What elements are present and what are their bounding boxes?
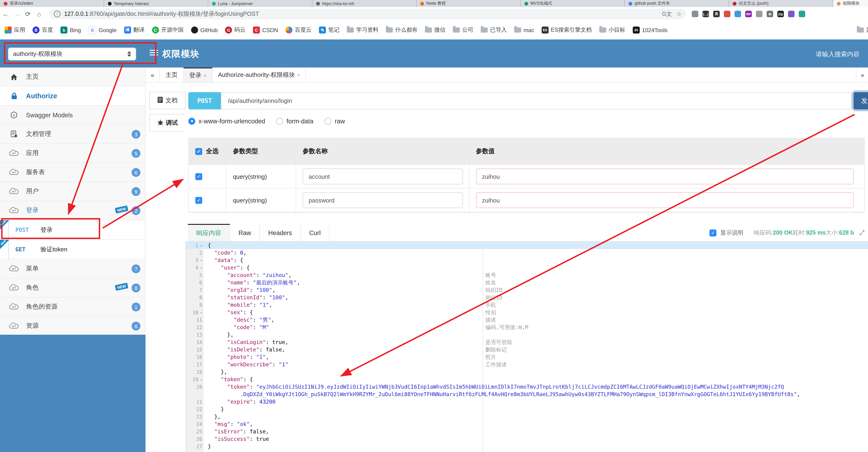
home-icon[interactable]: ⌂ — [33, 10, 44, 18]
bookmark-item[interactable]: ✎笔记 — [319, 26, 339, 34]
sidebar-item-菜单[interactable]: API菜单7 — [0, 259, 145, 278]
browser-tab[interactable]: 论文怎么 (push) — [729, 0, 833, 7]
extension-icon[interactable]: M — [767, 11, 773, 17]
close-icon[interactable]: × — [297, 73, 300, 78]
send-button[interactable]: 发送 — [854, 92, 868, 109]
tabs-collapse-button[interactable]: « — [146, 67, 160, 82]
bookmark-item[interactable]: 已导入 — [481, 26, 507, 34]
rail-tab-调试[interactable]: 调试 — [149, 114, 186, 132]
browser-tab[interactable]: github push 文件夹 — [625, 0, 729, 7]
bookmark-item[interactable]: GitHub — [191, 27, 218, 33]
bookmark-item[interactable]: bBing — [60, 27, 81, 33]
sidebar-item-资源[interactable]: API资源6 — [0, 316, 145, 336]
bookmark-item[interactable]: G码云 — [225, 26, 246, 34]
extension-icon[interactable]: 英 — [713, 11, 720, 17]
bookmark-item[interactable]: 小目标 — [599, 26, 625, 34]
sidebar-item-角色的资源[interactable]: API角色的资源1 — [0, 298, 145, 316]
reload-icon[interactable]: ⟳ — [22, 10, 33, 18]
response-tab-Headers[interactable]: Headers — [260, 224, 301, 242]
browser-tab[interactable]: Node 教程 — [416, 0, 521, 7]
extension-icon[interactable]: Zip — [777, 11, 784, 17]
bookmark-item[interactable]: ESES搜索引擎文档 — [541, 26, 592, 34]
radio-icon[interactable] — [188, 117, 195, 124]
sidebar-item-Swagger Models[interactable]: ASwagger Models — [0, 106, 145, 125]
bookmark-item[interactable]: 微信 — [425, 26, 445, 34]
bookmark-item[interactable]: C开源中国 — [152, 26, 183, 34]
browser-tab[interactable]: Luna - Jumpserver — [208, 0, 312, 7]
other-bookmarks[interactable]: 其他书签 — [857, 26, 868, 34]
browser-tab[interactable]: 权限模块 — [833, 0, 868, 7]
sidebar-item-服务表[interactable]: API服务表6 — [0, 163, 145, 182]
show-description-checkbox[interactable]: ✓ — [710, 229, 716, 236]
sidebar-item-文档管理[interactable]: 文档管理3 — [0, 125, 145, 144]
extension-icon[interactable]: RP — [745, 11, 752, 17]
extension-icon[interactable] — [756, 11, 763, 17]
sidebar-item-角色[interactable]: API角色NEW8 — [0, 278, 145, 298]
browser-tab[interactable]: 登录/s2eden — [0, 0, 104, 7]
radio-icon[interactable] — [276, 117, 283, 124]
param-name-input[interactable] — [303, 169, 463, 184]
bookmark-item[interactable]: 百度云 — [285, 26, 311, 34]
param-checkbox[interactable]: ✓ — [195, 197, 202, 204]
extension-icon[interactable] — [799, 11, 805, 17]
param-name-input[interactable] — [303, 192, 463, 208]
response-tab-Curl[interactable]: Curl — [301, 224, 330, 242]
menu-icon[interactable] — [150, 50, 158, 57]
bookmark-item[interactable]: 公司 — [453, 26, 473, 34]
content-type-option[interactable]: x-www-form-urlencoded — [188, 117, 265, 124]
translate-icon[interactable]: G文 — [662, 10, 672, 18]
content-type-option[interactable]: raw — [324, 117, 345, 124]
fold-caret-icon[interactable]: ▾ — [198, 266, 202, 270]
extension-icon[interactable]: {…} — [703, 11, 709, 17]
bookmark-item[interactable]: 241024Tools — [633, 27, 668, 33]
extension-icon[interactable] — [735, 11, 741, 17]
fold-caret-icon[interactable]: ▾ — [198, 378, 202, 382]
bookmark-item[interactable]: 学习资料 — [347, 26, 378, 34]
bookmark-star-icon[interactable]: ☆ — [677, 11, 682, 17]
bookmark-item[interactable]: mac — [514, 27, 534, 33]
response-tab-Raw[interactable]: Raw — [230, 224, 260, 242]
bookmark-item[interactable]: 应用 — [5, 26, 25, 34]
extension-icon[interactable] — [692, 11, 698, 17]
radio-icon[interactable] — [324, 117, 332, 124]
extension-icon[interactable] — [788, 11, 795, 17]
fold-caret-icon[interactable]: ▾ — [198, 311, 202, 315]
sidebar-item-Authorize[interactable]: Authorize — [0, 87, 145, 106]
param-value-input[interactable] — [476, 192, 854, 208]
back-icon[interactable]: ← — [0, 10, 11, 18]
close-icon[interactable]: × — [204, 73, 207, 78]
rail-tab-文档[interactable]: 文档 — [149, 92, 186, 109]
select-all-checkbox[interactable]: ✓ — [195, 148, 202, 155]
search-input[interactable] — [761, 48, 861, 60]
bookmark-item[interactable]: CCSDN — [253, 27, 278, 33]
extension-icon[interactable] — [724, 11, 731, 17]
browser-tab[interactable]: https://sha-tsr.mh — [312, 0, 416, 7]
content-tab-Authorize-authority-权限模块[interactable]: Authorize-authority-权限模块× — [213, 67, 306, 82]
fold-caret-icon[interactable]: ▾ — [198, 244, 202, 248]
forward-icon[interactable]: → — [11, 10, 22, 18]
fold-caret-icon[interactable]: ▾ — [198, 259, 202, 262]
content-tab-主页[interactable]: 主页 — [160, 67, 184, 82]
param-value-input[interactable] — [476, 169, 854, 184]
bookmark-item[interactable]: 什么都有 — [386, 26, 417, 34]
content-type-option[interactable]: form-data — [276, 117, 314, 124]
tabs-expand-button[interactable]: » — [856, 67, 868, 82]
param-checkbox[interactable]: ✓ — [195, 173, 202, 180]
fullscreen-icon[interactable]: ⤢ — [859, 229, 864, 236]
sidebar-item-用户[interactable]: API用户9 — [0, 182, 145, 201]
endpoint-url-input[interactable] — [221, 92, 852, 109]
sidebar-item-登录[interactable]: API登录NEW2 — [0, 201, 145, 220]
sidebar-item-get-验证token[interactable]: NEWGET验证token — [0, 240, 145, 259]
module-select[interactable]: authority-权限模块 — [8, 48, 136, 60]
response-tab-响应内容[interactable]: 响应内容 — [188, 224, 230, 242]
bookmark-item[interactable]: 译翻译 — [124, 26, 144, 34]
site-info-icon[interactable]: i — [54, 11, 60, 17]
response-body-editor[interactable]: 1 ▾{2 "code": 0,3 ▾ "data": {4 ▾ "user":… — [186, 242, 868, 452]
address-bar[interactable]: i 127.0.0.1:8760/api/gate/doc.html#/auth… — [49, 9, 686, 19]
bookmark-item[interactable]: B百度 — [33, 26, 53, 34]
sidebar-item-post-登录[interactable]: NEWPOST登录 — [0, 220, 145, 240]
bookmark-item[interactable]: GGoogle — [88, 26, 117, 34]
content-tab-登录[interactable]: 登录× — [184, 67, 213, 82]
sidebar-item-应用[interactable]: API应用5 — [0, 144, 145, 163]
sidebar-item-主页[interactable]: 主页 — [0, 67, 145, 87]
